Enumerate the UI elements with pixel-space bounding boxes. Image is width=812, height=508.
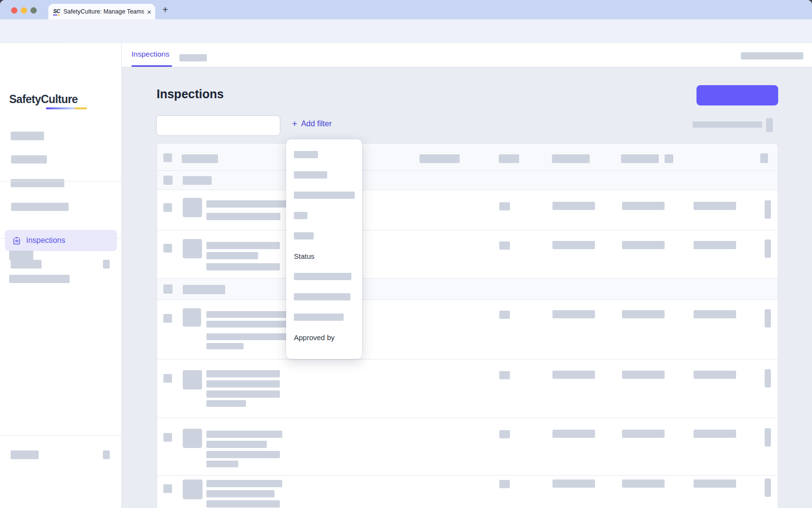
app-sidebar: SafetyCulture Inspections ⚙ Acme Inc. Pe… [0, 43, 122, 508]
cell-skeleton [694, 241, 736, 249]
zoom-window-button[interactable] [30, 7, 37, 14]
row-actions-skeleton[interactable] [765, 309, 771, 328]
subtitle-skeleton [206, 213, 280, 220]
cell-skeleton [552, 479, 595, 488]
table-row[interactable] [157, 418, 778, 476]
status-skeleton [499, 480, 510, 488]
table-row[interactable] [157, 190, 778, 230]
row-actions-skeleton[interactable] [765, 369, 771, 388]
meta-skeleton [206, 461, 238, 467]
checkbox-skeleton[interactable] [163, 433, 172, 442]
thumbnail-skeleton [183, 479, 203, 499]
table-row[interactable] [157, 300, 778, 359]
safetyculture-favicon-icon: SC [53, 8, 60, 15]
cell-skeleton [622, 310, 665, 318]
thumbnail-skeleton [183, 429, 202, 448]
checkbox-skeleton[interactable] [163, 203, 172, 212]
filter-option-label: Status [294, 252, 315, 260]
filter-option-skeleton [286, 205, 362, 225]
browser-window: SC SafetyCulture: Manage Teams and... × … [0, 0, 812, 508]
column-header-skeleton [552, 154, 590, 163]
new-tab-button[interactable]: + [162, 4, 168, 15]
option-skeleton [294, 212, 307, 219]
sidebar-skeleton-item [9, 275, 70, 283]
group-label-skeleton [183, 176, 212, 185]
header-skeleton [741, 52, 803, 60]
minimize-window-button[interactable] [21, 7, 27, 14]
browser-tab-strip: SC SafetyCulture: Manage Teams and... × … [0, 0, 812, 19]
cell-skeleton [552, 310, 595, 318]
thumbnail-skeleton [183, 308, 201, 327]
row-actions-skeleton[interactable] [765, 239, 771, 258]
checkbox-skeleton[interactable] [163, 314, 172, 323]
table-row[interactable] [157, 476, 778, 508]
page-title: Inspections [157, 87, 224, 101]
sidebar-item-label: Inspections [26, 236, 65, 245]
safetyculture-logo: SafetyCulture [9, 93, 78, 106]
filter-option-skeleton [286, 144, 362, 164]
column-sort-skeleton [665, 154, 673, 163]
pagination-skeleton [766, 118, 773, 132]
tab-inspections[interactable]: Inspections [131, 50, 169, 59]
select-all-checkbox-skeleton[interactable] [163, 153, 172, 162]
filter-option-approved-by[interactable]: Approved by [286, 327, 362, 347]
title-skeleton [206, 242, 280, 249]
primary-action-button[interactable] [696, 85, 778, 105]
cell-skeleton [622, 202, 665, 210]
table-header-row [157, 144, 778, 171]
filter-option-label: Approved by [294, 333, 334, 342]
row-actions-skeleton[interactable] [765, 200, 771, 219]
add-filter-button[interactable]: + Add filter [292, 119, 332, 129]
sidebar-skeleton-item [11, 260, 42, 269]
inspections-table [157, 143, 778, 508]
close-window-button[interactable] [11, 7, 17, 14]
title-skeleton [206, 480, 282, 487]
checkbox-skeleton[interactable] [163, 484, 172, 493]
cell-skeleton [622, 371, 665, 379]
search-input[interactable] [156, 115, 280, 136]
cell-skeleton [552, 430, 595, 438]
title-skeleton [206, 431, 282, 438]
checkbox-skeleton[interactable] [163, 176, 173, 185]
table-row[interactable] [157, 230, 778, 279]
group-label-skeleton [183, 285, 225, 294]
page-tab-bar [122, 43, 812, 67]
sidebar-skeleton-item [11, 179, 64, 187]
row-actions-skeleton[interactable] [765, 428, 771, 447]
tab-close-icon[interactable]: × [147, 8, 151, 15]
column-header-skeleton [182, 154, 218, 163]
sidebar-skeleton-item [11, 132, 44, 140]
option-skeleton [294, 171, 327, 179]
filter-option-skeleton [286, 164, 362, 185]
filter-option-skeleton [286, 266, 362, 286]
window-controls[interactable] [11, 7, 37, 14]
column-header-skeleton [420, 154, 460, 163]
filter-option-skeleton [286, 307, 362, 327]
filter-dropdown: Status Approved by [286, 139, 362, 359]
cell-skeleton [694, 310, 736, 318]
sidebar-skeleton-badge [103, 450, 110, 459]
status-skeleton [499, 311, 510, 319]
filter-option-status[interactable]: Status [286, 246, 362, 266]
table-row[interactable] [157, 359, 778, 418]
sidebar-skeleton-item [9, 251, 33, 260]
cell-skeleton [552, 202, 595, 210]
sidebar-skeleton-item [11, 203, 69, 211]
add-filter-label: Add filter [301, 120, 332, 128]
sidebar-item-inspections[interactable]: Inspections [5, 230, 117, 251]
filter-option-skeleton [286, 185, 362, 205]
logo-underline [46, 107, 87, 109]
checkbox-skeleton[interactable] [163, 374, 172, 383]
table-group-row [157, 171, 778, 190]
row-actions-skeleton[interactable] [765, 478, 771, 497]
checkbox-skeleton[interactable] [163, 284, 173, 294]
browser-tab[interactable]: SC SafetyCulture: Manage Teams and... × [48, 4, 155, 19]
cell-skeleton [622, 430, 665, 438]
option-skeleton [294, 273, 351, 280]
filter-option-skeleton [286, 225, 362, 246]
option-skeleton [294, 293, 350, 300]
plus-icon: + [292, 119, 297, 129]
subtitle-skeleton [206, 451, 280, 458]
checkbox-skeleton[interactable] [163, 244, 172, 253]
sidebar-divider [0, 238, 122, 239]
